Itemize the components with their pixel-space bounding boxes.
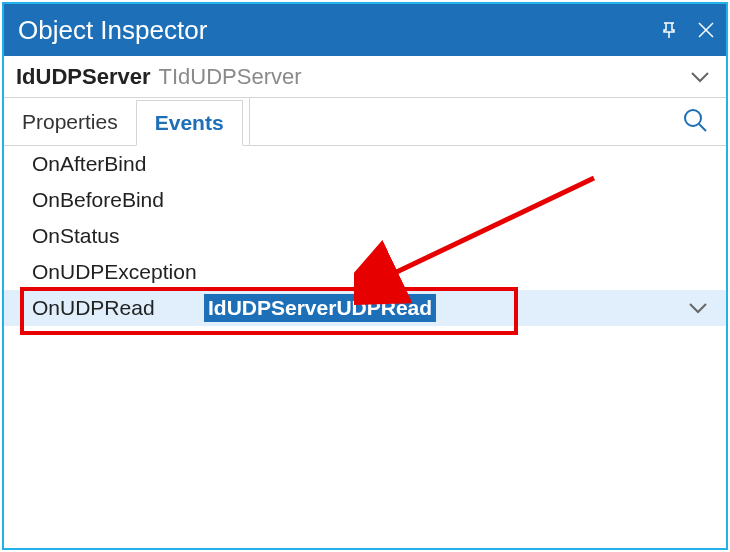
- titlebar: Object Inspector: [4, 4, 726, 56]
- search-area: [249, 98, 726, 145]
- event-row[interactable]: OnStatus: [4, 218, 726, 254]
- svg-point-2: [685, 110, 701, 126]
- tab-properties[interactable]: Properties: [4, 98, 136, 145]
- tab-properties-label: Properties: [22, 110, 118, 134]
- search-icon[interactable]: [682, 107, 708, 137]
- event-name: OnAfterBind: [4, 152, 204, 176]
- chevron-down-icon[interactable]: [688, 296, 708, 320]
- event-grid: OnAfterBind OnBeforeBind OnStatus OnUDPE…: [4, 146, 726, 326]
- event-name: OnUDPRead: [4, 296, 204, 320]
- event-name: OnStatus: [4, 224, 204, 248]
- close-icon[interactable]: [696, 20, 716, 40]
- event-row[interactable]: OnUDPException: [4, 254, 726, 290]
- object-selector[interactable]: IdUDPServer TIdUDPServer: [4, 56, 726, 98]
- object-name: IdUDPServer: [16, 64, 151, 90]
- tabs-row: Properties Events: [4, 98, 726, 146]
- tab-events-label: Events: [155, 111, 224, 135]
- event-name: OnBeforeBind: [4, 188, 204, 212]
- svg-line-3: [699, 124, 706, 131]
- event-row[interactable]: OnAfterBind: [4, 146, 726, 182]
- event-row-selected[interactable]: OnUDPRead IdUDPServerUDPRead: [4, 290, 726, 326]
- search-input[interactable]: [250, 111, 682, 132]
- event-name: OnUDPException: [4, 260, 204, 284]
- titlebar-controls: [660, 4, 716, 56]
- chevron-down-icon: [690, 64, 710, 90]
- event-value-input[interactable]: IdUDPServerUDPRead: [204, 294, 436, 322]
- window-title: Object Inspector: [18, 15, 207, 46]
- event-row[interactable]: OnBeforeBind: [4, 182, 726, 218]
- panel-frame: Object Inspector IdUDPServer TIdUDPServe…: [2, 2, 728, 550]
- object-type: TIdUDPServer: [159, 64, 302, 90]
- pin-icon[interactable]: [660, 21, 678, 39]
- tab-events[interactable]: Events: [136, 100, 243, 146]
